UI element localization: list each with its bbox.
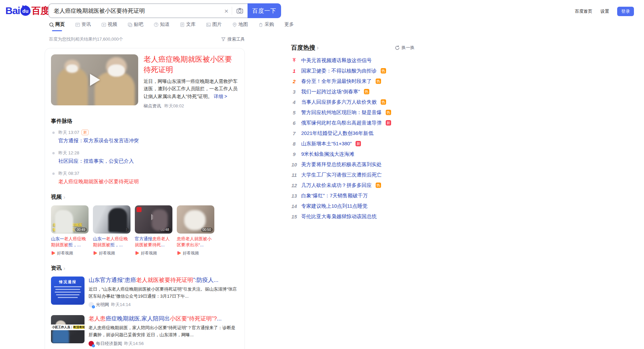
camera-icon[interactable] bbox=[232, 7, 248, 14]
hot-rank: 5 bbox=[291, 110, 297, 115]
hot-search-item[interactable]: 13白象“爆红”：7天销售额破千万 bbox=[291, 192, 432, 199]
hot-search-item[interactable]: 14专家建议晚上10点到11点睡觉 bbox=[291, 203, 432, 209]
hot-search-link[interactable]: 当事人回应拼多多六万人砍价失败 bbox=[301, 99, 377, 105]
hot-search-item[interactable]: 3我们一起跨过这场“倒春寒”热 bbox=[291, 88, 432, 95]
baidu-logo[interactable]: Bai ●●du 百度 bbox=[5, 5, 50, 17]
play-icon[interactable] bbox=[90, 74, 100, 86]
news-title[interactable]: 老人患癌症晚期就医,家人陪同出小区要“待死证明”?... bbox=[89, 315, 238, 322]
news-title[interactable]: 山东官方通报“患癌老人就医被要待死证明”:防疫人... bbox=[89, 277, 238, 284]
video-title[interactable]: 山东一老人癌症晚期就医被拒，... bbox=[51, 236, 89, 249]
video-title[interactable]: 患癌老人就医被小区要求出示“... bbox=[177, 236, 214, 249]
search-box[interactable]: × bbox=[48, 3, 248, 18]
hot-search-item[interactable]: 8山东新增本土“51+380”新 bbox=[291, 140, 432, 147]
hot-search-link[interactable]: 大学生工厂实习请假三次遭拒后死亡 bbox=[301, 172, 382, 178]
timeline-link[interactable]: 官方通报：双方系误会引发言语冲突 bbox=[58, 138, 139, 144]
video-title[interactable]: 山东一老人癌症晚期就医被拒，... bbox=[93, 236, 130, 249]
video-card[interactable]: 00:48官方通报患癌老人就医被要待死...好看视频 bbox=[135, 205, 172, 256]
verified-icon: ✓ bbox=[92, 305, 95, 308]
thumbnail-title: 情况通报 bbox=[51, 280, 85, 285]
chevron-right-icon[interactable]: › bbox=[63, 194, 65, 200]
video-thumbnail[interactable]: 00:48 bbox=[135, 205, 172, 234]
video-thumbnail[interactable]: 老人癌症晚期就医被小区要待死00:49 bbox=[51, 205, 89, 234]
login-button[interactable]: 登录 bbox=[617, 7, 634, 16]
news-item: 小区工作人员：有没有待死证明老人患癌症晚期就医,家人陪同出小区要“待死证明”?.… bbox=[51, 315, 238, 347]
hot-search-item[interactable]: 5警方回应杭州地区现巨响：疑是音爆热 bbox=[291, 109, 432, 116]
news-thumbnail[interactable]: 小区工作人员：有没有待死证明 bbox=[51, 315, 85, 343]
timeline-heading: 事件脉络 bbox=[51, 118, 238, 125]
hot-search-link[interactable]: 中美元首视频通话释放这些信号 bbox=[301, 57, 372, 64]
video-card[interactable]: 00:32山东一老人癌症晚期就医被拒，...好看视频 bbox=[93, 205, 130, 256]
clear-icon[interactable]: × bbox=[221, 7, 232, 14]
hot-search-link[interactable]: 国家卫健委：不得以核酸为由拒诊 bbox=[301, 68, 377, 74]
tab-label: 视频 bbox=[108, 21, 117, 28]
top-result-video-thumbnail[interactable] bbox=[51, 54, 138, 105]
tab-wenku[interactable]: 文库 bbox=[180, 21, 196, 31]
refresh-button[interactable]: 换一换 bbox=[395, 45, 415, 51]
results-count: 百度为您找到相关结果约17,600,000个 bbox=[49, 36, 123, 42]
hot-search-link[interactable]: 白象“爆红”：7天销售额破千万 bbox=[301, 193, 368, 199]
hot-search-link[interactable]: 我们一起跨过这场“倒春寒” bbox=[301, 89, 360, 95]
timeline-link[interactable]: 社区回应：捏造事实，公安已介入 bbox=[58, 158, 134, 164]
tab-map[interactable]: 地图 bbox=[232, 21, 248, 31]
tab-label: 知道 bbox=[160, 21, 169, 28]
hot-search-link[interactable]: 美方要将拜登总统积极表态落到实处 bbox=[301, 161, 382, 168]
tab-web[interactable]: 网页 bbox=[49, 21, 65, 31]
tab-label: 图片 bbox=[212, 21, 222, 28]
tab-tieba[interactable]: 贴吧 bbox=[127, 21, 143, 31]
title-segment: 小区要“待死证明”? bbox=[170, 315, 217, 322]
video-title[interactable]: 官方通报患癌老人就医被要待死... bbox=[135, 236, 172, 249]
detail-link[interactable]: 详细 > bbox=[214, 94, 227, 99]
tab-news[interactable]: 资讯 bbox=[75, 21, 91, 31]
hot-search-item[interactable]: 4当事人回应拼多多六万人砍价失败热 bbox=[291, 99, 432, 105]
news-description: 近日，“山东老人癌症晚期就医被小区要待死证明”引发关注。据山东淄博“张店区车站办… bbox=[89, 286, 238, 300]
hot-search-link[interactable]: 几万人砍价未成功？拼多多回应 bbox=[301, 182, 372, 189]
hot-search-link[interactable]: 9米长鲸鱼搁浅大连海滩 bbox=[301, 151, 354, 157]
tab-video[interactable]: 视频 bbox=[101, 21, 117, 31]
tab-caigou[interactable]: 采购 bbox=[258, 21, 274, 31]
video-thumbnail[interactable]: 00:32 bbox=[93, 205, 130, 234]
tab-label: 网页 bbox=[55, 21, 65, 28]
search-tools-button[interactable]: 搜索工具 bbox=[221, 36, 245, 42]
hot-search-link[interactable]: 山东新增本土“51+380” bbox=[301, 141, 352, 147]
hot-search-link[interactable]: 俄军缘何此时在乌祭出高超音速导弹 bbox=[301, 120, 382, 126]
nav-settings[interactable]: 设置 bbox=[600, 8, 609, 14]
nav-baidu-home[interactable]: 百度首页 bbox=[575, 8, 592, 14]
hot-search-item[interactable]: 15哥伦比亚大毒枭越狱惊动该国总统 bbox=[291, 213, 432, 220]
hot-search-link[interactable]: 2021年结婚登记人数创36年新低 bbox=[301, 130, 373, 137]
text-line-decoration bbox=[58, 297, 78, 298]
haokan-video-icon bbox=[135, 251, 140, 255]
haokan-video-icon bbox=[51, 251, 56, 255]
hot-search-link[interactable]: 哥伦比亚大毒枭越狱惊动该国总统 bbox=[301, 213, 377, 220]
video-card[interactable]: 00:50患癌老人就医被小区要求出示“...好看视频 bbox=[177, 205, 214, 256]
search-button[interactable]: 百度一下 bbox=[248, 3, 281, 18]
news-list: 情况通报山东官方通报“患癌老人就医被要待死证明”:防疫人...近日，“山东老人癌… bbox=[51, 277, 238, 349]
chevron-right-icon[interactable]: › bbox=[317, 44, 319, 51]
video-source-name: 好看视频 bbox=[99, 250, 115, 256]
news-thumbnail[interactable]: 情况通报 bbox=[51, 277, 85, 305]
tab-image[interactable]: 图片 bbox=[206, 21, 222, 31]
hot-search-item[interactable]: 72021年结婚登记人数创36年新低 bbox=[291, 130, 432, 137]
hot-search-item[interactable]: 99米长鲸鱼搁浅大连海滩 bbox=[291, 151, 432, 157]
hot-search-item[interactable]: 1国家卫健委：不得以核酸为由拒诊热 bbox=[291, 67, 432, 74]
hot-search-item[interactable]: 11大学生工厂实习请假三次遭拒后死亡 bbox=[291, 171, 432, 178]
tab-more[interactable]: 更多 bbox=[284, 21, 294, 31]
hot-search-link[interactable]: 专家建议晚上10点到11点睡觉 bbox=[301, 203, 367, 209]
chevron-right-icon[interactable]: › bbox=[63, 265, 65, 271]
tab-zhidao[interactable]: 知道 bbox=[154, 21, 169, 31]
hot-search-item[interactable]: 10美方要将拜登总统积极表态落到实处 bbox=[291, 161, 432, 168]
new-badge: 新 bbox=[356, 141, 361, 146]
hot-search-item[interactable]: 2春分至！全年升温最快时段来了热 bbox=[291, 78, 432, 85]
search-input[interactable] bbox=[49, 7, 221, 14]
hot-search-heading: 百度热搜› bbox=[291, 44, 319, 52]
hot-search-panel: 百度热搜› 换一换 中美元首视频通话释放这些信号1国家卫健委：不得以核酸为由拒诊… bbox=[291, 44, 432, 223]
top-result-title[interactable]: 老人癌症晚期就医被小区要待死证明 bbox=[144, 54, 238, 75]
video-thumbnail[interactable]: 00:50 bbox=[177, 205, 214, 234]
hot-search-link[interactable]: 警方回应杭州地区现巨响：疑是音爆 bbox=[301, 109, 382, 116]
hot-search-link[interactable]: 春分至！全年升温最快时段来了 bbox=[301, 78, 372, 85]
title-segment: ... bbox=[200, 242, 204, 247]
timeline-link[interactable]: 老人癌症晚期就医被小区要待死证明 bbox=[58, 179, 139, 185]
hot-search-item[interactable]: 6俄军缘何此时在乌祭出高超音速导弹新 bbox=[291, 119, 432, 126]
video-card[interactable]: 老人癌症晚期就医被小区要待死00:49山东一老人癌症晚期就医被拒，...好看视频 bbox=[51, 205, 89, 256]
hot-search-item[interactable]: 12几万人砍价未成功？拼多多回应热 bbox=[291, 182, 432, 189]
hot-search-item[interactable]: 中美元首视频通话释放这些信号 bbox=[291, 57, 432, 64]
